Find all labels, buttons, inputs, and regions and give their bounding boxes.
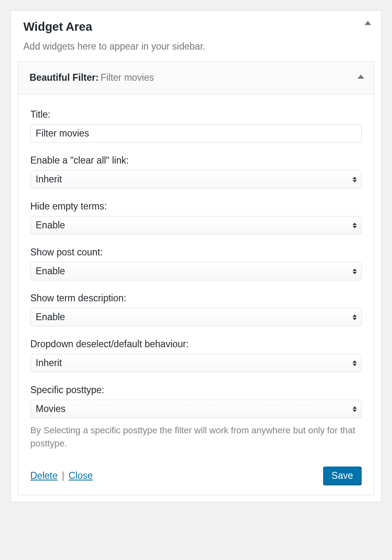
widget-beautiful-filter: Beautiful Filter: Filter movies Title: E…: [18, 61, 374, 495]
select-wrap-clear-all: Inherit: [30, 170, 362, 189]
posttype-help-text: By Selecting a specific posttype the fil…: [30, 424, 362, 450]
term-desc-select[interactable]: Enable: [30, 308, 362, 326]
field-posttype: Specific posttype: Movies By Selecting a…: [30, 385, 362, 450]
label-title: Title:: [30, 109, 362, 120]
field-hide-empty: Hide empty terms: Enable: [30, 201, 362, 234]
label-dropdown-deselect: Dropdown deselect/default behaviour:: [30, 339, 362, 350]
field-post-count: Show post count: Enable: [30, 247, 362, 280]
select-wrap-posttype: Movies: [30, 400, 362, 418]
widget-title-name-text: Filter movies: [100, 72, 154, 83]
widget-area-panel: Widget Area Add widgets here to appear i…: [11, 11, 381, 502]
chevron-up-icon: [358, 75, 364, 79]
field-term-desc: Show term description: Enable: [30, 293, 362, 326]
select-wrap-dropdown-deselect: Inherit: [30, 354, 362, 372]
field-title: Title:: [30, 109, 362, 143]
action-links: Delete | Close: [30, 470, 93, 481]
widget-title-name: Filter movies: [100, 72, 154, 83]
post-count-select[interactable]: Enable: [30, 262, 362, 280]
panel-collapse-toggle[interactable]: [365, 19, 371, 27]
widget-title-prefix: Beautiful Filter:: [30, 72, 99, 83]
field-clear-all: Enable a "clear all" link: Inherit: [30, 155, 362, 189]
select-wrap-hide-empty: Enable: [30, 216, 362, 234]
label-clear-all: Enable a "clear all" link:: [30, 155, 362, 166]
label-posttype: Specific posttype:: [30, 385, 362, 396]
label-term-desc: Show term description:: [30, 293, 362, 304]
page-title: Widget Area: [23, 20, 369, 34]
posttype-select[interactable]: Movies: [30, 400, 362, 418]
widget-collapse-toggle[interactable]: [358, 73, 364, 80]
close-link[interactable]: Close: [68, 470, 93, 481]
widget-body: Title: Enable a "clear all" link: Inheri…: [18, 94, 374, 495]
hide-empty-select[interactable]: Enable: [30, 216, 362, 234]
select-wrap-term-desc: Enable: [30, 308, 362, 326]
panel-header: Widget Area Add widgets here to appear i…: [11, 11, 381, 61]
field-dropdown-deselect: Dropdown deselect/default behaviour: Inh…: [30, 339, 362, 372]
dropdown-deselect-select[interactable]: Inherit: [30, 354, 362, 372]
select-wrap-post-count: Enable: [30, 262, 362, 280]
widget-header[interactable]: Beautiful Filter: Filter movies: [18, 61, 374, 94]
clear-all-select[interactable]: Inherit: [30, 170, 362, 189]
chevron-up-icon: [365, 21, 371, 25]
label-hide-empty: Hide empty terms:: [30, 201, 362, 212]
delete-link[interactable]: Delete: [30, 470, 57, 481]
label-post-count: Show post count:: [30, 247, 362, 258]
widget-actions: Delete | Close Save: [30, 467, 362, 485]
panel-description: Add widgets here to appear in your sideb…: [23, 41, 369, 52]
separator: |: [57, 470, 68, 481]
save-button[interactable]: Save: [323, 467, 362, 485]
title-input[interactable]: [30, 124, 362, 143]
